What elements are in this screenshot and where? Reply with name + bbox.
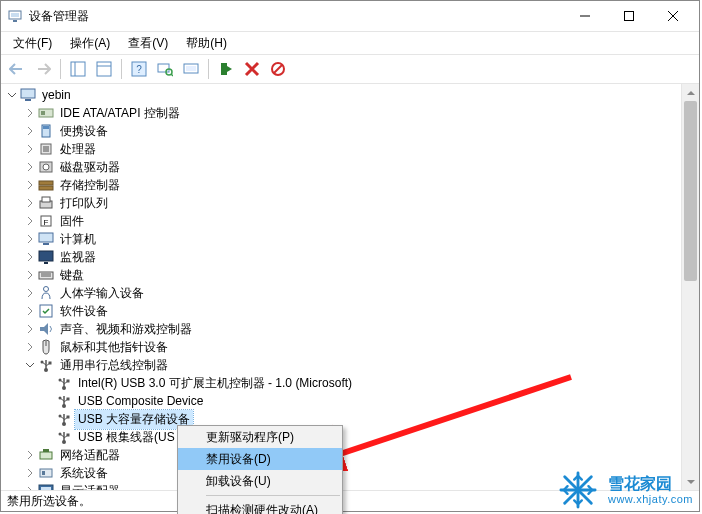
tree-node[interactable]: 计算机 <box>1 230 681 248</box>
properties-button[interactable] <box>92 57 116 81</box>
menu-help[interactable]: 帮助(H) <box>178 32 235 55</box>
tree-node[interactable]: 处理器 <box>1 140 681 158</box>
tree-node[interactable]: 打印队列 <box>1 194 681 212</box>
disk-icon <box>38 159 54 175</box>
chevron-right-icon[interactable] <box>23 196 37 210</box>
close-button[interactable] <box>651 2 695 30</box>
usbctrl-icon <box>56 429 72 445</box>
network-icon <box>38 447 54 463</box>
window-controls <box>563 2 695 30</box>
svg-rect-34 <box>42 197 50 202</box>
svg-point-69 <box>59 415 62 418</box>
tree-node-label: 键盘 <box>57 266 87 285</box>
chevron-right-icon[interactable] <box>23 448 37 462</box>
svg-rect-82 <box>41 487 51 490</box>
tree-node[interactable]: F固件 <box>1 212 681 230</box>
chevron-right-icon[interactable] <box>23 232 37 246</box>
tree-node-label: 网络适配器 <box>57 446 123 465</box>
device-manager-window: 设备管理器 文件(F) 操作(A) 查看(V) 帮助(H) <box>0 0 700 512</box>
forward-button[interactable] <box>31 57 55 81</box>
chevron-right-icon[interactable] <box>23 142 37 156</box>
tree-node-label: 通用串行总线控制器 <box>57 356 171 375</box>
menu-action[interactable]: 操作(A) <box>62 32 118 55</box>
menu-file[interactable]: 文件(F) <box>5 32 60 55</box>
storage-icon <box>38 177 54 193</box>
chevron-right-icon[interactable] <box>23 286 37 300</box>
watermark-brand: 雪花家园 <box>608 475 693 493</box>
tree-node[interactable]: 通用串行总线控制器 <box>1 356 681 374</box>
svg-rect-31 <box>39 181 53 185</box>
ctx-uninstall[interactable]: 卸载设备(U) <box>178 470 342 492</box>
svg-rect-13 <box>158 64 169 72</box>
tree-node[interactable]: Intel(R) USB 3.0 可扩展主机控制器 - 1.0 (Microso… <box>1 374 681 392</box>
chevron-right-icon[interactable] <box>23 178 37 192</box>
svg-rect-79 <box>40 469 52 477</box>
chevron-right-icon <box>41 430 55 444</box>
tree-node[interactable]: USB Composite Device <box>1 392 681 410</box>
chevron-right-icon[interactable] <box>23 106 37 120</box>
chevron-right-icon[interactable] <box>23 214 37 228</box>
svg-rect-24 <box>41 111 45 115</box>
chevron-down-icon[interactable] <box>5 88 19 102</box>
maximize-button[interactable] <box>607 2 651 30</box>
scrollbar-thumb[interactable] <box>684 101 697 281</box>
ctx-disable-device[interactable]: 禁用设备(D) <box>178 448 342 470</box>
tree-node-label: 系统设备 <box>57 464 111 483</box>
chevron-right-icon[interactable] <box>23 340 37 354</box>
tree-node-label: USB 根集线器(US <box>75 428 178 447</box>
tree-node-label: 固件 <box>57 212 87 231</box>
tree-node[interactable]: 键盘 <box>1 266 681 284</box>
tree-node-label: USB Composite Device <box>75 393 206 409</box>
ctx-update-driver[interactable]: 更新驱动程序(P) <box>178 426 342 448</box>
software-icon <box>38 303 54 319</box>
chevron-down-icon[interactable] <box>23 358 37 372</box>
tree-node-label: 磁盘驱动器 <box>57 158 123 177</box>
update-driver-toolbar-button[interactable] <box>179 57 203 81</box>
menu-view[interactable]: 查看(V) <box>120 32 176 55</box>
uninstall-toolbar-button[interactable] <box>266 57 290 81</box>
cpu-icon <box>38 141 54 157</box>
chevron-right-icon[interactable] <box>23 160 37 174</box>
chevron-right-icon <box>41 412 55 426</box>
chevron-right-icon[interactable] <box>23 466 37 480</box>
tree-node[interactable]: 鼠标和其他指针设备 <box>1 338 681 356</box>
tree-node[interactable]: 磁盘驱动器 <box>1 158 681 176</box>
tree-node[interactable]: 软件设备 <box>1 302 681 320</box>
enable-device-toolbar-button[interactable] <box>214 57 238 81</box>
status-text: 禁用所选设备。 <box>7 493 91 510</box>
chevron-right-icon[interactable] <box>23 268 37 282</box>
back-button[interactable] <box>5 57 29 81</box>
show-tree-button[interactable] <box>66 57 90 81</box>
chevron-right-icon[interactable] <box>23 322 37 336</box>
chevron-right-icon[interactable] <box>23 124 37 138</box>
tree-node-label: Intel(R) USB 3.0 可扩展主机控制器 - 1.0 (Microso… <box>75 374 355 393</box>
help-topic-button[interactable]: ? <box>127 57 151 81</box>
svg-rect-37 <box>39 233 53 242</box>
tree-node[interactable]: 声音、视频和游戏控制器 <box>1 320 681 338</box>
app-icon <box>7 8 23 24</box>
display-icon <box>38 483 54 490</box>
usb-icon <box>38 357 54 373</box>
chevron-right-icon <box>41 394 55 408</box>
minimize-button[interactable] <box>563 2 607 30</box>
chevron-right-icon[interactable] <box>23 484 37 490</box>
svg-rect-58 <box>67 380 70 383</box>
tree-node[interactable]: 人体学输入设备 <box>1 284 681 302</box>
chevron-right-icon[interactable] <box>23 304 37 318</box>
svg-rect-4 <box>625 12 634 21</box>
tree-node-label: 软件设备 <box>57 302 111 321</box>
chevron-right-icon[interactable] <box>23 250 37 264</box>
disable-device-toolbar-button[interactable] <box>240 57 264 81</box>
toolbar: ? <box>1 54 699 84</box>
tree-node[interactable]: IDE ATA/ATAPI 控制器 <box>1 104 681 122</box>
ctx-scan-hardware[interactable]: 扫描检测硬件改动(A) <box>178 499 342 514</box>
tree-root-node[interactable]: yebin <box>1 86 681 104</box>
scan-hardware-button[interactable] <box>153 57 177 81</box>
svg-rect-1 <box>11 13 19 17</box>
tree-node[interactable]: 监视器 <box>1 248 681 266</box>
vertical-scrollbar[interactable] <box>681 84 699 490</box>
svg-rect-26 <box>43 126 49 129</box>
tree-node[interactable]: 存储控制器 <box>1 176 681 194</box>
scroll-up-button[interactable] <box>682 84 699 101</box>
tree-node[interactable]: 便携设备 <box>1 122 681 140</box>
